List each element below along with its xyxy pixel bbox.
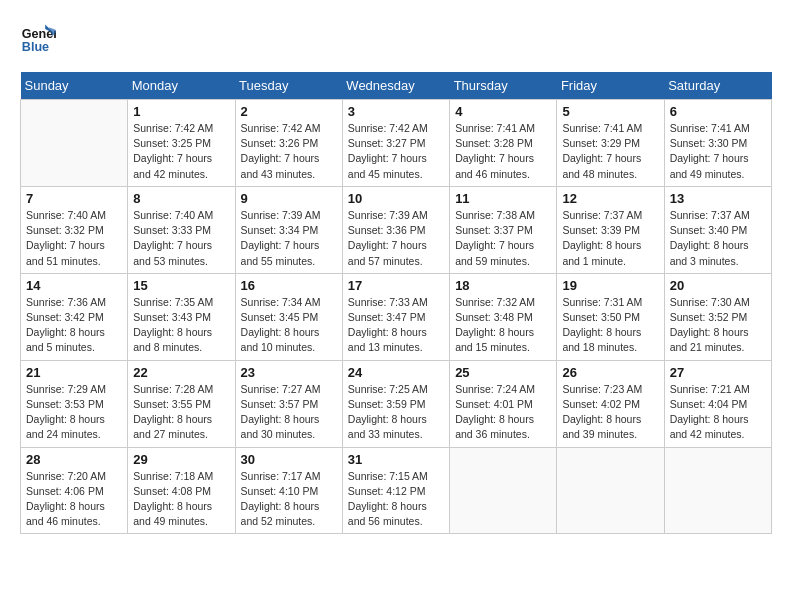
calendar-cell: 7Sunrise: 7:40 AMSunset: 3:32 PMDaylight… [21,186,128,273]
day-info: Sunrise: 7:42 AMSunset: 3:25 PMDaylight:… [133,121,229,182]
calendar-cell: 20Sunrise: 7:30 AMSunset: 3:52 PMDayligh… [664,273,771,360]
day-number: 22 [133,365,229,380]
day-info: Sunrise: 7:41 AMSunset: 3:30 PMDaylight:… [670,121,766,182]
day-number: 10 [348,191,444,206]
day-number: 24 [348,365,444,380]
day-info: Sunrise: 7:34 AMSunset: 3:45 PMDaylight:… [241,295,337,356]
svg-text:Blue: Blue [22,40,49,54]
day-info: Sunrise: 7:18 AMSunset: 4:08 PMDaylight:… [133,469,229,530]
day-header-saturday: Saturday [664,72,771,100]
calendar-cell: 16Sunrise: 7:34 AMSunset: 3:45 PMDayligh… [235,273,342,360]
day-info: Sunrise: 7:31 AMSunset: 3:50 PMDaylight:… [562,295,658,356]
calendar-cell: 6Sunrise: 7:41 AMSunset: 3:30 PMDaylight… [664,100,771,187]
day-number: 25 [455,365,551,380]
calendar-cell: 3Sunrise: 7:42 AMSunset: 3:27 PMDaylight… [342,100,449,187]
calendar-week-row: 7Sunrise: 7:40 AMSunset: 3:32 PMDaylight… [21,186,772,273]
calendar-cell: 21Sunrise: 7:29 AMSunset: 3:53 PMDayligh… [21,360,128,447]
day-header-sunday: Sunday [21,72,128,100]
day-info: Sunrise: 7:21 AMSunset: 4:04 PMDaylight:… [670,382,766,443]
day-info: Sunrise: 7:38 AMSunset: 3:37 PMDaylight:… [455,208,551,269]
calendar-cell [557,447,664,534]
day-info: Sunrise: 7:42 AMSunset: 3:26 PMDaylight:… [241,121,337,182]
day-header-thursday: Thursday [450,72,557,100]
calendar-cell: 27Sunrise: 7:21 AMSunset: 4:04 PMDayligh… [664,360,771,447]
day-info: Sunrise: 7:23 AMSunset: 4:02 PMDaylight:… [562,382,658,443]
day-info: Sunrise: 7:25 AMSunset: 3:59 PMDaylight:… [348,382,444,443]
day-info: Sunrise: 7:37 AMSunset: 3:39 PMDaylight:… [562,208,658,269]
day-number: 6 [670,104,766,119]
day-number: 18 [455,278,551,293]
day-number: 17 [348,278,444,293]
calendar-cell: 13Sunrise: 7:37 AMSunset: 3:40 PMDayligh… [664,186,771,273]
day-header-tuesday: Tuesday [235,72,342,100]
day-info: Sunrise: 7:29 AMSunset: 3:53 PMDaylight:… [26,382,122,443]
day-info: Sunrise: 7:28 AMSunset: 3:55 PMDaylight:… [133,382,229,443]
day-number: 1 [133,104,229,119]
day-info: Sunrise: 7:39 AMSunset: 3:34 PMDaylight:… [241,208,337,269]
day-number: 29 [133,452,229,467]
calendar-week-row: 21Sunrise: 7:29 AMSunset: 3:53 PMDayligh… [21,360,772,447]
logo: General Blue [20,20,60,56]
day-info: Sunrise: 7:39 AMSunset: 3:36 PMDaylight:… [348,208,444,269]
calendar-cell [21,100,128,187]
day-number: 7 [26,191,122,206]
day-number: 12 [562,191,658,206]
calendar-cell [450,447,557,534]
day-header-friday: Friday [557,72,664,100]
day-info: Sunrise: 7:15 AMSunset: 4:12 PMDaylight:… [348,469,444,530]
logo-icon: General Blue [20,20,56,56]
day-info: Sunrise: 7:17 AMSunset: 4:10 PMDaylight:… [241,469,337,530]
day-number: 8 [133,191,229,206]
calendar-cell: 29Sunrise: 7:18 AMSunset: 4:08 PMDayligh… [128,447,235,534]
day-info: Sunrise: 7:42 AMSunset: 3:27 PMDaylight:… [348,121,444,182]
day-number: 2 [241,104,337,119]
day-info: Sunrise: 7:30 AMSunset: 3:52 PMDaylight:… [670,295,766,356]
day-number: 5 [562,104,658,119]
calendar-cell: 31Sunrise: 7:15 AMSunset: 4:12 PMDayligh… [342,447,449,534]
day-number: 27 [670,365,766,380]
calendar-cell: 14Sunrise: 7:36 AMSunset: 3:42 PMDayligh… [21,273,128,360]
day-header-monday: Monday [128,72,235,100]
calendar-cell [664,447,771,534]
day-number: 13 [670,191,766,206]
calendar-cell: 22Sunrise: 7:28 AMSunset: 3:55 PMDayligh… [128,360,235,447]
calendar-cell: 15Sunrise: 7:35 AMSunset: 3:43 PMDayligh… [128,273,235,360]
day-info: Sunrise: 7:24 AMSunset: 4:01 PMDaylight:… [455,382,551,443]
day-info: Sunrise: 7:40 AMSunset: 3:33 PMDaylight:… [133,208,229,269]
day-number: 14 [26,278,122,293]
day-number: 30 [241,452,337,467]
day-number: 4 [455,104,551,119]
day-number: 15 [133,278,229,293]
day-info: Sunrise: 7:35 AMSunset: 3:43 PMDaylight:… [133,295,229,356]
day-info: Sunrise: 7:20 AMSunset: 4:06 PMDaylight:… [26,469,122,530]
calendar-cell: 2Sunrise: 7:42 AMSunset: 3:26 PMDaylight… [235,100,342,187]
day-number: 26 [562,365,658,380]
day-info: Sunrise: 7:41 AMSunset: 3:29 PMDaylight:… [562,121,658,182]
calendar-cell: 10Sunrise: 7:39 AMSunset: 3:36 PMDayligh… [342,186,449,273]
day-number: 9 [241,191,337,206]
calendar-cell: 30Sunrise: 7:17 AMSunset: 4:10 PMDayligh… [235,447,342,534]
calendar-cell: 9Sunrise: 7:39 AMSunset: 3:34 PMDaylight… [235,186,342,273]
day-number: 19 [562,278,658,293]
calendar-cell: 8Sunrise: 7:40 AMSunset: 3:33 PMDaylight… [128,186,235,273]
calendar-week-row: 14Sunrise: 7:36 AMSunset: 3:42 PMDayligh… [21,273,772,360]
calendar-table: SundayMondayTuesdayWednesdayThursdayFrid… [20,72,772,534]
day-info: Sunrise: 7:36 AMSunset: 3:42 PMDaylight:… [26,295,122,356]
calendar-week-row: 1Sunrise: 7:42 AMSunset: 3:25 PMDaylight… [21,100,772,187]
calendar-header-row: SundayMondayTuesdayWednesdayThursdayFrid… [21,72,772,100]
calendar-cell: 19Sunrise: 7:31 AMSunset: 3:50 PMDayligh… [557,273,664,360]
day-number: 31 [348,452,444,467]
day-info: Sunrise: 7:32 AMSunset: 3:48 PMDaylight:… [455,295,551,356]
calendar-cell: 26Sunrise: 7:23 AMSunset: 4:02 PMDayligh… [557,360,664,447]
day-info: Sunrise: 7:27 AMSunset: 3:57 PMDaylight:… [241,382,337,443]
day-info: Sunrise: 7:40 AMSunset: 3:32 PMDaylight:… [26,208,122,269]
calendar-cell: 18Sunrise: 7:32 AMSunset: 3:48 PMDayligh… [450,273,557,360]
day-number: 3 [348,104,444,119]
day-number: 20 [670,278,766,293]
page-header: General Blue [20,20,772,56]
day-number: 28 [26,452,122,467]
day-header-wednesday: Wednesday [342,72,449,100]
calendar-cell: 12Sunrise: 7:37 AMSunset: 3:39 PMDayligh… [557,186,664,273]
calendar-cell: 25Sunrise: 7:24 AMSunset: 4:01 PMDayligh… [450,360,557,447]
calendar-week-row: 28Sunrise: 7:20 AMSunset: 4:06 PMDayligh… [21,447,772,534]
